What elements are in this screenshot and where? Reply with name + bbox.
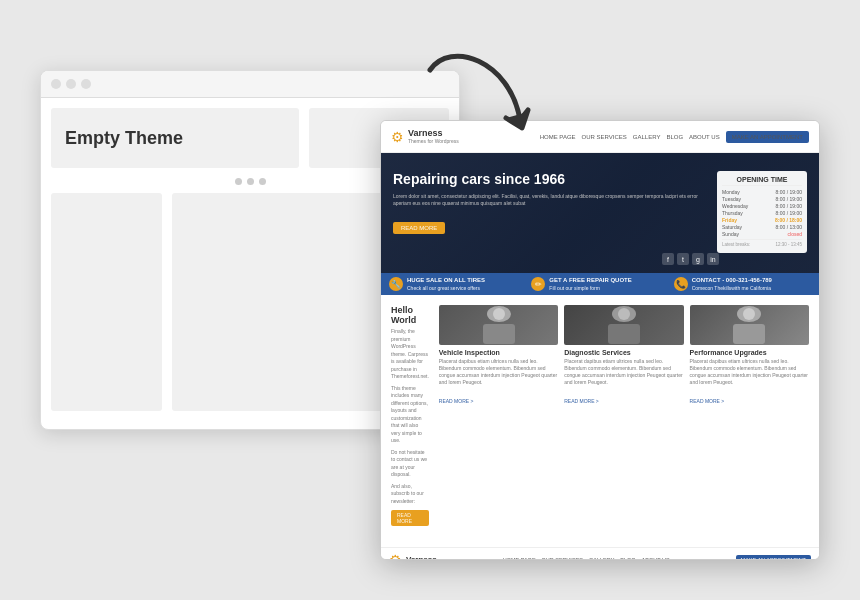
service-img-inspection [439,305,558,345]
time-row-wednesday: Wednesday 8:00 / 19:00 [722,203,802,209]
footer-nav-services[interactable]: OUR SERVICES [542,557,583,560]
contact-title: CONTACT - 000-321-456-789 [692,277,772,285]
quote-title: GET A FREE REPAIR QUOTE [549,277,631,285]
footer-nav-gallery[interactable]: GALLERY [589,557,614,560]
nav-item-services[interactable]: OUR SERVICES [582,134,627,140]
svg-rect-8 [733,324,765,344]
day-friday: Friday [722,217,737,223]
footer-logo-icon: ⚙ [389,552,402,560]
footer-nav-about[interactable]: ABOUT US [642,557,670,560]
service-card-diagnostic: Diagnostic Services Placerat dapibus eti… [564,305,683,527]
info-item-contact: 📞 CONTACT - 000-321-456-789 Comecon Thek… [674,277,811,291]
empty-dot-2 [247,178,254,185]
hello-body-newsletter: And also, subscrib to our newsletter: [391,483,429,506]
time-row-monday: Monday 8:00 / 19:00 [722,189,802,195]
quote-desc: Fill out our simple form [549,285,600,291]
browser-toolbar [41,71,459,98]
time-monday: 8:00 / 19:00 [776,189,802,195]
day-monday: Monday [722,189,740,195]
hero-title: Repairing cars since 1966 [393,171,709,188]
tires-desc: Check all our great service offers [407,285,480,291]
browser-dot-green [81,79,91,89]
browser-dot-yellow [66,79,76,89]
info-text-tires: HUGE SALE ON ALL TIRES Check all our gre… [407,277,485,291]
time-row-breaks: Latest breaks: 12:30 - 13:45 [722,239,802,247]
hello-body-1: Finally, the premium WordPress theme. Ca… [391,328,429,381]
empty-dot-3 [259,178,266,185]
time-wednesday: 8:00 / 19:00 [776,203,802,209]
nav-cta-button[interactable]: MAKE AN APPOINTMENT [726,131,809,143]
logo-icon: ⚙ [391,129,404,145]
facebook-icon[interactable]: f [662,253,674,265]
service-read-more-inspection[interactable]: READ MORE > [439,398,474,404]
nav-item-gallery[interactable]: GALLERY [633,134,661,140]
service-img-performance [690,305,809,345]
service-img-diagnostic [564,305,683,345]
day-thursday: Thursday [722,210,743,216]
service-read-more-performance[interactable]: READ MORE > [690,398,725,404]
service-title-diagnostic: Diagnostic Services [564,349,683,356]
linkedin-icon[interactable]: in [707,253,719,265]
hero-cta-button[interactable]: READ MORE [393,222,445,234]
footer-nav-blog[interactable]: BLOG [620,557,635,560]
scene: Empty Theme ⚙ [40,40,820,560]
hello-title: Hello World [391,305,429,325]
website-browser-mockup: ⚙ Varness Themes for Wordpress HOME PAGE… [380,120,820,560]
service-img-overlay-1 [439,305,558,345]
services-section: Hello World Finally, the premium WordPre… [381,295,819,547]
time-row-tuesday: Tuesday 8:00 / 19:00 [722,196,802,202]
footer-nav-home[interactable]: HOME PAGE [503,557,536,560]
svg-rect-2 [483,324,515,344]
nav-item-home[interactable]: HOME PAGE [540,134,576,140]
service-desc-inspection: Placerat dapibus etiam ultrices nulla se… [439,358,558,386]
svg-rect-5 [608,324,640,344]
tires-icon: 🔧 [389,277,403,291]
footer-logo: ⚙ Varness [389,552,437,560]
day-saturday: Saturday [722,224,742,230]
empty-theme-label: Empty Theme [65,128,183,149]
time-row-friday: Friday 8:00 / 18:00 [722,217,802,223]
hello-read-more-button[interactable]: READ MORE [391,510,429,526]
time-sunday: closed [788,231,802,237]
footer-cta-button[interactable]: MAKE AN APPOINTMENT [736,555,811,560]
browser-dot-red [51,79,61,89]
day-tuesday: Tuesday [722,196,741,202]
info-item-quote: ✏ GET A FREE REPAIR QUOTE Fill out our s… [531,277,668,291]
opening-time-box: OPENING TIME Monday 8:00 / 19:00 Tuesday… [717,171,807,253]
time-row-thursday: Thursday 8:00 / 19:00 [722,210,802,216]
footer-menu: HOME PAGE OUR SERVICES GALLERY BLOG ABOU… [503,557,670,560]
nav-item-blog[interactable]: BLOG [666,134,683,140]
services-cards: Vehicle Inspection Placerat dapibus etia… [439,305,809,527]
service-card-performance: Performance Upgrades Placerat dapibus et… [690,305,809,527]
contact-icon: 📞 [674,277,688,291]
service-title-inspection: Vehicle Inspection [439,349,558,356]
google-icon[interactable]: g [692,253,704,265]
service-card-inspection: Vehicle Inspection Placerat dapibus etia… [439,305,558,527]
arrow-graphic [420,50,540,150]
svg-point-3 [493,308,505,320]
hello-body-2: This theme includes many different optio… [391,385,429,445]
footer-nav: ⚙ Varness HOME PAGE OUR SERVICES GALLERY… [381,547,819,560]
time-tuesday: 8:00 / 19:00 [776,196,802,202]
empty-dot-1 [235,178,242,185]
info-item-tires: 🔧 HUGE SALE ON ALL TIRES Check all our g… [389,277,526,291]
hero-social-icons: f t g in [662,253,719,265]
site-hero: Repairing cars since 1966 Lorem dolor si… [381,153,819,273]
quote-icon: ✏ [531,277,545,291]
time-row-sunday: Sunday closed [722,231,802,237]
nav-item-about[interactable]: ABOUT US [689,134,720,140]
hello-body-3: Do not hesitate to contact us we are at … [391,449,429,479]
service-desc-performance: Placerat dapibus etiam ultrices nulla se… [690,358,809,386]
info-text-quote: GET A FREE REPAIR QUOTE Fill out our sim… [549,277,631,291]
service-read-more-diagnostic[interactable]: READ MORE > [564,398,599,404]
twitter-icon[interactable]: t [677,253,689,265]
service-img-overlay-3 [690,305,809,345]
label-breaks: Latest breaks: [722,242,750,247]
hello-world-block: Hello World Finally, the premium WordPre… [391,305,429,527]
contact-desc: Comecon Thekillswith me California [692,285,771,291]
info-text-contact: CONTACT - 000-321-456-789 Comecon Thekil… [692,277,772,291]
info-bar: 🔧 HUGE SALE ON ALL TIRES Check all our g… [381,273,819,295]
time-friday: 8:00 / 18:00 [775,217,802,223]
service-desc-diagnostic: Placerat dapibus etiam ultrices nulla se… [564,358,683,386]
empty-sidebar-block [51,193,162,411]
